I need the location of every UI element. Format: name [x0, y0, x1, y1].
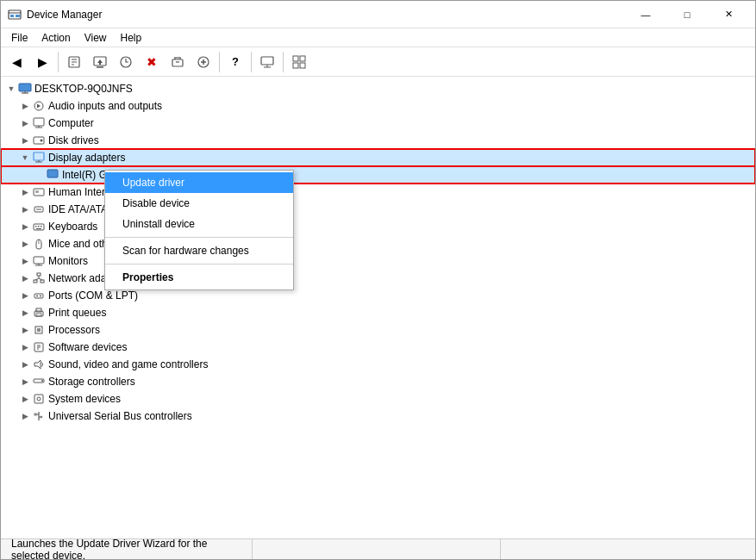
- storage-label: Storage controllers: [48, 376, 135, 388]
- update-driver-toolbar-button[interactable]: [88, 50, 112, 74]
- svg-point-72: [41, 380, 43, 382]
- usb-expander: ▶: [18, 409, 32, 423]
- svg-rect-2: [10, 15, 14, 17]
- processors-label: Processors: [48, 324, 100, 336]
- icon-view-button[interactable]: [287, 50, 311, 74]
- toolbar-separator-2: [219, 52, 220, 72]
- ports-icon: [32, 289, 46, 302]
- window-title: Device Manager: [27, 9, 626, 21]
- svg-rect-45: [38, 226, 40, 227]
- usb-icon: [32, 409, 46, 423]
- svg-rect-35: [34, 152, 44, 160]
- software-label: Software devices: [48, 341, 127, 353]
- device-manager-window: Device Manager — □ ✕ File Action View He…: [0, 0, 756, 560]
- display-expander: ▼: [18, 151, 32, 165]
- human-icon: [32, 185, 46, 199]
- monitors-icon: [32, 254, 46, 268]
- ports-label: Ports (COM & LPT): [48, 289, 138, 302]
- tree-item-sound[interactable]: ▶ Sound, video and game controllers: [1, 356, 755, 373]
- tree-item-computer[interactable]: ▶ Computer: [1, 115, 755, 132]
- tree-item-storage[interactable]: ▶ Storage controllers: [1, 373, 755, 390]
- status-section-3: [504, 539, 748, 559]
- svg-rect-52: [37, 273, 41, 276]
- svg-point-59: [36, 296, 38, 297]
- tree-item-print[interactable]: ▶ Print queues: [1, 304, 755, 321]
- back-button[interactable]: ◀: [4, 50, 28, 74]
- status-bar: Launches the Update Driver Wizard for th…: [1, 538, 755, 559]
- tree-item-processors[interactable]: ▶ Processors: [1, 321, 755, 339]
- toolbar-separator-1: [58, 52, 59, 72]
- tree-view[interactable]: ▼ DESKTOP-9Q0JNFS ▶ Audio inputs and out…: [1, 77, 755, 538]
- content-area: ▼ DESKTOP-9Q0JNFS ▶ Audio inputs and out…: [1, 77, 755, 538]
- keyboard-icon: [32, 220, 46, 233]
- audio-expander: ▶: [18, 99, 32, 113]
- menu-help[interactable]: Help: [114, 30, 149, 46]
- sound-label: Sound, video and game controllers: [48, 358, 208, 370]
- svg-rect-22: [293, 56, 298, 61]
- window-icon: [8, 8, 22, 22]
- properties-toolbar-button[interactable]: [62, 50, 86, 74]
- ide-expander: ▶: [18, 202, 32, 216]
- forward-button[interactable]: ▶: [30, 50, 54, 74]
- tree-item-software[interactable]: ▶ Software devices: [1, 339, 755, 356]
- tree-item-display[interactable]: ▼ Display adapters: [1, 149, 755, 166]
- ctx-uninstall-device[interactable]: Uninstall device: [105, 214, 293, 234]
- svg-rect-25: [300, 63, 305, 68]
- network-view-button[interactable]: [255, 50, 279, 74]
- tree-item-system[interactable]: ▶ System devices: [1, 390, 755, 408]
- close-button[interactable]: ✕: [709, 1, 748, 28]
- menu-action[interactable]: Action: [34, 30, 77, 46]
- audio-icon: [32, 99, 46, 113]
- svg-rect-3: [16, 15, 20, 17]
- disable-toolbar-button[interactable]: ✖: [140, 50, 164, 74]
- usb-label: Universal Serial Bus controllers: [48, 410, 192, 422]
- sound-expander: ▶: [18, 358, 32, 371]
- status-section-2: [256, 539, 501, 559]
- title-bar: Device Manager — □ ✕: [1, 1, 755, 28]
- tree-item-usb[interactable]: ▶ Universal Serial Bus controllers: [1, 408, 755, 425]
- network-icon: [32, 271, 46, 285]
- processors-expander: ▶: [18, 323, 32, 337]
- ctx-separator-1: [105, 237, 293, 238]
- ctx-disable-device-label: Disable device: [122, 197, 190, 209]
- disk-icon: [32, 134, 46, 147]
- ctx-scan-hardware[interactable]: Scan for hardware changes: [105, 240, 293, 261]
- minimize-button[interactable]: —: [626, 1, 665, 28]
- svg-rect-46: [41, 226, 42, 227]
- toolbar: ◀ ▶ ✖ ?: [1, 47, 755, 77]
- scan-hardware-toolbar-button[interactable]: [114, 50, 138, 74]
- uninstall-toolbar-button[interactable]: [166, 50, 190, 74]
- svg-rect-58: [34, 294, 43, 298]
- status-message: Launches the Update Driver Wizard for th…: [11, 538, 248, 561]
- add-legacy-toolbar-button[interactable]: [191, 50, 216, 74]
- svg-marker-70: [34, 360, 41, 369]
- ctx-uninstall-device-label: Uninstall device: [122, 218, 195, 230]
- svg-rect-49: [34, 257, 44, 264]
- human-expander: ▶: [18, 185, 32, 199]
- menu-file[interactable]: File: [4, 30, 34, 46]
- tree-item-audio[interactable]: ▶ Audio inputs and outputs: [1, 97, 755, 115]
- computer-expander: ▶: [18, 116, 32, 130]
- mice-expander: ▶: [18, 237, 32, 251]
- tree-root[interactable]: ▼ DESKTOP-9Q0JNFS: [1, 80, 755, 97]
- print-label: Print queues: [48, 307, 106, 319]
- help-toolbar-button[interactable]: ?: [223, 50, 247, 74]
- system-expander: ▶: [18, 392, 32, 406]
- intel-gpu-icon: [46, 168, 59, 182]
- menu-view[interactable]: View: [78, 30, 114, 46]
- title-bar-controls: — □ ✕: [626, 1, 748, 28]
- tree-item-disk[interactable]: ▶ Disk drives: [1, 132, 755, 149]
- computer-icon: [18, 82, 32, 96]
- system-label: System devices: [48, 393, 121, 405]
- ctx-properties-label: Properties: [122, 271, 173, 283]
- audio-label: Audio inputs and outputs: [48, 100, 162, 112]
- keyboard-expander: ▶: [18, 220, 32, 233]
- storage-icon: [32, 375, 46, 389]
- svg-rect-24: [293, 63, 298, 68]
- ctx-disable-device[interactable]: Disable device: [105, 193, 293, 214]
- maximize-button[interactable]: □: [667, 1, 707, 28]
- ctx-update-driver[interactable]: Update driver: [105, 172, 293, 193]
- ctx-properties[interactable]: Properties: [105, 267, 293, 288]
- ctx-scan-hardware-label: Scan for hardware changes: [122, 245, 249, 257]
- svg-rect-19: [261, 57, 273, 65]
